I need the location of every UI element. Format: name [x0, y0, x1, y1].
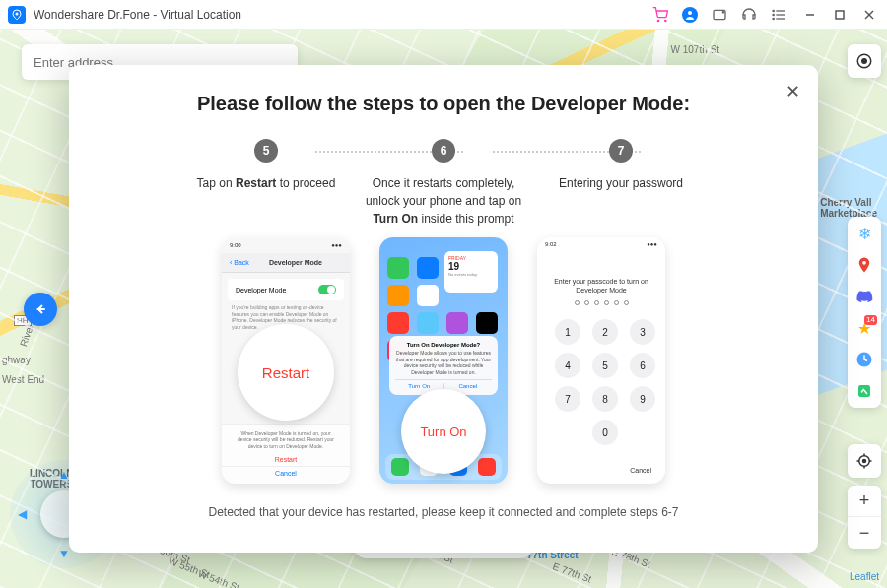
close-button[interactable]	[863, 7, 879, 23]
phone-mock-restart: 9:00●●● ‹ BackDeveloper Mode Developer M…	[222, 237, 350, 484]
titlebar: Wondershare Dr.Fone - Virtual Location	[0, 0, 887, 30]
modal-backdrop: ✕ Please follow the steps to open the De…	[0, 30, 887, 588]
arrow-left-icon	[33, 301, 48, 317]
svg-point-3	[688, 11, 692, 15]
maximize-button[interactable]	[834, 7, 850, 23]
back-button[interactable]	[24, 293, 57, 326]
step-number-7: 7	[609, 139, 633, 163]
account-icon[interactable]	[682, 7, 698, 23]
svg-point-5	[722, 11, 723, 12]
minimize-button[interactable]	[804, 7, 820, 23]
svg-point-10	[773, 14, 774, 15]
step-number-6: 6	[432, 139, 455, 163]
steps-row: 5 Tap on Restart to proceed 6 Once it re…	[108, 139, 779, 228]
developer-mode-modal: ✕ Please follow the steps to open the De…	[69, 65, 818, 553]
app-logo-icon	[8, 6, 26, 24]
screenshot-icon[interactable]	[712, 7, 727, 23]
svg-rect-13	[836, 11, 844, 19]
restart-bubble: Restart	[238, 324, 334, 421]
svg-point-2	[665, 20, 666, 21]
step-desc-7: Entering your password	[553, 174, 689, 224]
step-desc-5: Tap on Restart to proceed	[191, 174, 342, 224]
phone-mock-turnon: FRIDAY19No events today Turn On Develope…	[379, 237, 508, 484]
svg-point-9	[773, 10, 774, 11]
support-icon[interactable]	[741, 7, 757, 23]
menu-icon[interactable]	[771, 7, 786, 23]
app-title: Wondershare Dr.Fone - Virtual Location	[34, 8, 241, 22]
turnon-bubble: Turn On	[401, 389, 486, 474]
svg-point-1	[657, 20, 658, 21]
step-desc-6: Once it restarts completely, unlock your…	[355, 174, 532, 228]
svg-point-11	[773, 18, 774, 19]
modal-close-button[interactable]: ✕	[785, 81, 800, 102]
cart-icon[interactable]	[652, 7, 668, 23]
modal-title: Please follow the steps to open the Deve…	[108, 93, 779, 115]
step-number-5: 5	[254, 139, 278, 163]
passcode-pad: 1 2 3 4 5 6 7 8 9 0	[537, 305, 665, 445]
phone-mock-passcode: 9:02●●● Enter your passcode to turn onDe…	[537, 237, 665, 484]
svg-point-0	[16, 12, 19, 15]
modal-footer: Detected that your device has restarted,…	[108, 505, 779, 519]
